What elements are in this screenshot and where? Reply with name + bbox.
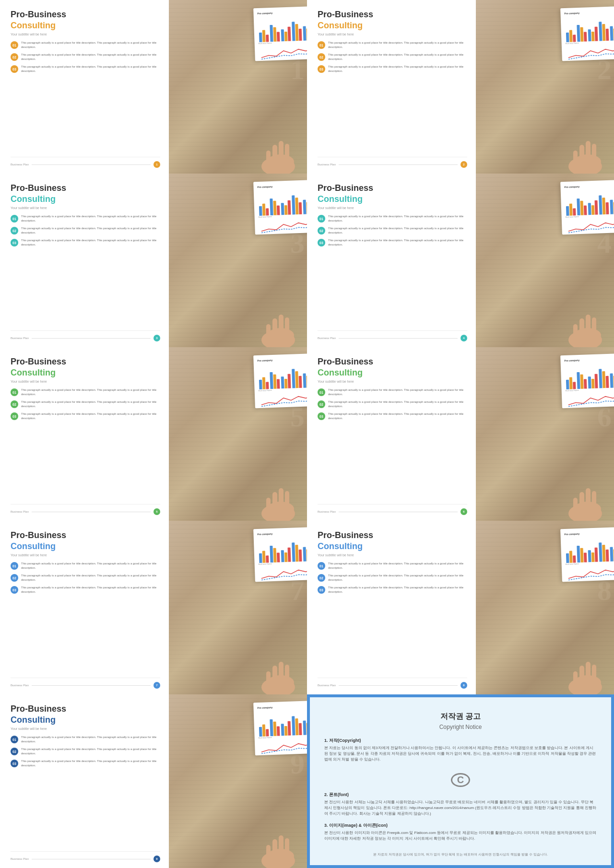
slide-6: Pro-Business Consulting Your subtitle wi…: [307, 347, 614, 521]
svg-point-53: [267, 849, 294, 863]
item-text: This paragraph actually is a good place …: [21, 65, 160, 73]
slide-content-8: Pro-Business Consulting Your subtitle wi…: [307, 521, 476, 694]
footer-bar: Business Plan 5: [11, 504, 160, 515]
consulting-title: Consulting: [318, 194, 467, 205]
slide-content-6: Pro-Business Consulting Your subtitle wi…: [307, 347, 476, 521]
page-number-dot: 2: [460, 161, 467, 168]
slide-content-7: Pro-Business Consulting Your subtitle wi…: [0, 521, 169, 694]
slide-1: Pro-Business Consulting Your subtitle wi…: [0, 0, 307, 174]
list-item: 02 This paragraph actually is a good pla…: [11, 400, 160, 408]
list-item: 03 This paragraph actually is a good pla…: [318, 238, 467, 246]
item-number: 02: [318, 53, 325, 61]
item-number: 03: [318, 65, 325, 73]
list-item: 01 This paragraph actually is a good pla…: [11, 214, 160, 223]
slide-subtitle: Your subtitle will be here: [11, 380, 160, 383]
list-item: 02 This paragraph actually is a good pla…: [318, 226, 467, 235]
list-item: 03 This paragraph actually is a good pla…: [11, 65, 160, 73]
list-item: 03 This paragraph actually is a good pla…: [11, 238, 160, 246]
slide-image-5: 5 Pro company Business Name: [169, 347, 307, 521]
item-text: This paragraph actually is a good place …: [328, 562, 467, 570]
item-text: This paragraph actually is a good place …: [328, 388, 467, 396]
page-number-dot: 3: [154, 335, 160, 341]
copyright-panel: 저작권 공고 Copyright Notice 1. 저작(Copyright)…: [307, 694, 614, 868]
slide-content-4: Pro-Business Consulting Your subtitle wi…: [307, 174, 476, 347]
business-plan-label: Business Plan: [11, 337, 29, 340]
paper-card: Pro company Business Name: [253, 6, 307, 61]
section2-num: 2. 폰트(font): [324, 792, 597, 798]
consulting-title: Consulting: [11, 194, 160, 205]
footer-line: [339, 685, 458, 686]
item-number: 02: [318, 400, 325, 408]
consulting-title: Consulting: [11, 715, 160, 726]
slide-subtitle: Your subtitle will be here: [11, 33, 160, 36]
slide-2: Pro-Business Consulting Your subtitle wi…: [307, 0, 614, 174]
slide-8: Pro-Business Consulting Your subtitle wi…: [307, 521, 614, 694]
consulting-title: Consulting: [11, 368, 160, 378]
copyright-content: 저작권 공고 Copyright Notice 1. 저작(Copyright)…: [308, 696, 613, 867]
pro-business-title: Pro-Business: [11, 530, 160, 541]
item-text: This paragraph actually is a good place …: [21, 226, 160, 235]
list-item: 01 This paragraph actually is a good pla…: [318, 41, 467, 49]
slide-image-2: 2 Pro company Business Name: [476, 0, 614, 174]
page-number-dot: 4: [460, 335, 467, 341]
item-text: This paragraph actually is a good place …: [21, 586, 160, 594]
list-item: 02 This paragraph actually is a good pla…: [318, 53, 467, 61]
item-number: 01: [11, 215, 18, 223]
footer-line: [339, 512, 458, 512]
paper-card: Pro company Business Name: [253, 527, 307, 582]
slide-3: Pro-Business Consulting Your subtitle wi…: [0, 174, 307, 347]
list-item: 03 This paragraph actually is a good pla…: [318, 412, 467, 420]
slide-image-9: 9 Pro company Business Name: [169, 694, 307, 868]
item-text: This paragraph actually is a good place …: [328, 53, 467, 61]
page-number-dot: 8: [460, 682, 467, 689]
item-list: 01 This paragraph actually is a good pla…: [318, 41, 467, 157]
item-text: This paragraph actually is a good place …: [21, 735, 160, 743]
slide-subtitle: Your subtitle will be here: [11, 727, 160, 730]
list-item: 03 This paragraph actually is a good pla…: [318, 586, 467, 594]
list-item: 01 This paragraph actually is a good pla…: [11, 41, 160, 49]
svg-point-17: [267, 328, 294, 342]
pro-business-title: Pro-Business: [318, 183, 467, 194]
footer-bar: Business Plan 2: [318, 157, 467, 168]
slide-9: Pro-Business Consulting Your subtitle wi…: [0, 694, 307, 868]
slide-content-3: Pro-Business Consulting Your subtitle wi…: [0, 174, 169, 347]
business-plan-label: Business Plan: [318, 510, 336, 513]
business-plan-label: Business Plan: [11, 510, 29, 513]
svg-point-11: [574, 154, 601, 169]
item-list: 01 This paragraph actually is a good pla…: [318, 562, 467, 678]
pro-business-title: Pro-Business: [11, 704, 160, 715]
list-item: 01 This paragraph actually is a good pla…: [11, 388, 160, 396]
business-plan-label: Business Plan: [11, 684, 29, 687]
item-number: 01: [11, 388, 18, 396]
consulting-title: Consulting: [318, 368, 467, 378]
page-number-dot: 7: [154, 682, 160, 689]
page-number-dot: 6: [460, 508, 467, 515]
svg-point-41: [267, 675, 294, 690]
list-item: 01 This paragraph actually is a good pla…: [318, 562, 467, 570]
item-text: This paragraph actually is a good place …: [21, 759, 160, 767]
slide-grid: Pro-Business Consulting Your subtitle wi…: [0, 0, 614, 868]
slide-content-1: Pro-Business Consulting Your subtitle wi…: [0, 0, 169, 174]
svg-point-5: [267, 154, 294, 169]
item-number: 02: [318, 227, 325, 235]
footer-bar: Business Plan 1: [11, 157, 160, 168]
copyright-footer: 본 자료의 저작권은 당사에 있으며, 허가 없이 무단 복제 또는 배포하여 …: [373, 852, 548, 857]
item-number: 03: [318, 239, 325, 246]
item-text: This paragraph actually is a good place …: [21, 574, 160, 582]
item-number: 01: [11, 41, 18, 49]
section3-num: 3. 이미지(image) & 아이콘(icon): [324, 822, 597, 829]
slide-image-3: 3 Pro company Business Name: [169, 174, 307, 347]
item-number: 03: [318, 412, 325, 420]
item-text: This paragraph actually is a good place …: [328, 41, 467, 49]
slide-image-4: 4 Pro company Business Name: [476, 174, 614, 347]
slide-image-7: 7 Pro company Business Name: [169, 521, 307, 694]
item-text: This paragraph actually is a good place …: [328, 412, 467, 420]
item-text: This paragraph actually is a good place …: [328, 574, 467, 582]
item-number: 01: [318, 41, 325, 49]
slide-subtitle: Your subtitle will be here: [11, 553, 160, 557]
item-text: This paragraph actually is a good place …: [328, 238, 467, 246]
item-list: 01 This paragraph actually is a good pla…: [11, 735, 160, 851]
footer-line: [32, 859, 151, 859]
footer-bar: Business Plan 8: [318, 678, 467, 689]
item-number: 02: [11, 53, 18, 61]
